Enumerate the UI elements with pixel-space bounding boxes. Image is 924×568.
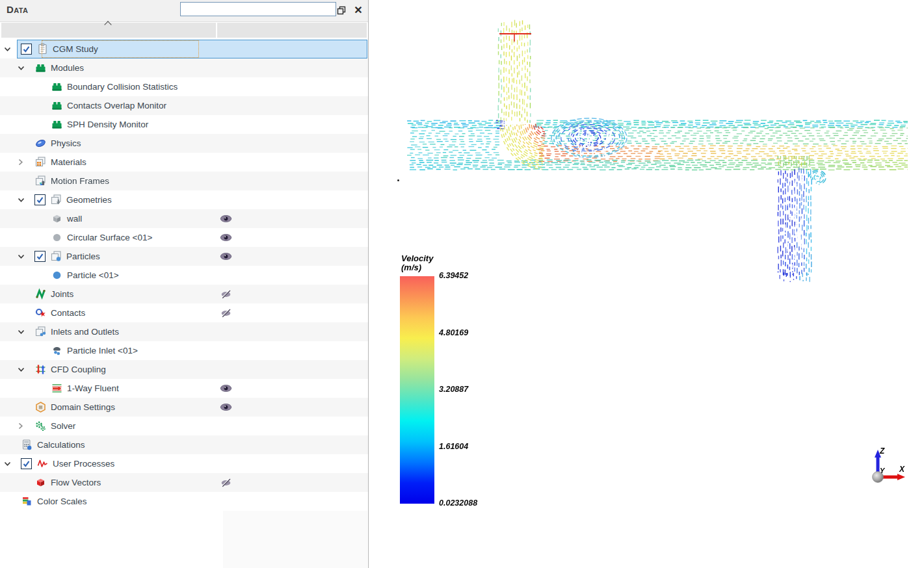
legend-tick-0: 6.39452 (439, 271, 468, 280)
visibility-off-icon[interactable] (220, 478, 232, 487)
x-axis-arrowhead (897, 474, 905, 480)
checkbox-checked[interactable] (21, 44, 32, 55)
tree-item-label: wall (67, 214, 82, 224)
search-input[interactable] (180, 2, 336, 16)
tree-column-headers (0, 22, 368, 39)
legend-title: Velocity (m/s) (401, 254, 433, 272)
visibility-on-icon[interactable] (220, 402, 232, 412)
z-axis-label: Z (879, 446, 885, 456)
tree-item-label: Color Scales (37, 497, 87, 506)
tree-item-label: Particles (66, 252, 100, 261)
visibility-column-background (223, 511, 367, 568)
tree-item-modules[interactable]: Modules (0, 58, 368, 77)
tree-item-physics[interactable]: Physics (0, 134, 368, 153)
tree-item-label: CGM Study (53, 44, 98, 54)
caret-spacer (18, 175, 34, 187)
chevron-down-icon[interactable] (18, 251, 34, 263)
tree-item-motion-frames[interactable]: Motion Frames (0, 172, 368, 190)
tree-item-user-processes[interactable]: User Processes (0, 454, 368, 473)
application-window: Data ✕ CGM StudyModulesBoundary Collisio… (0, 0, 924, 568)
chevron-down-icon[interactable] (4, 458, 21, 470)
legend-title-text: Velocity (401, 253, 433, 263)
user-processes-icon (36, 458, 49, 470)
tree-item-wall[interactable]: wall (0, 209, 368, 228)
caret-spacer (4, 439, 21, 451)
checkbox-checked[interactable] (21, 458, 32, 469)
physics-icon (34, 137, 47, 149)
tree-item-solver[interactable]: Solver (0, 417, 368, 435)
tree-item-label: Circular Surface <01> (67, 233, 152, 242)
tree-item-contacts-overlap-monitor[interactable]: Contacts Overlap Monitor (0, 96, 368, 115)
chevron-right-icon[interactable] (18, 157, 34, 168)
visibility-on-icon[interactable] (220, 383, 232, 393)
caret-spacer (18, 289, 34, 300)
legend-tick-2: 3.20887 (439, 385, 468, 394)
tree-item-domain-settings[interactable]: Domain Settings (0, 398, 368, 417)
tree-item-particles[interactable]: Particles (0, 247, 368, 266)
particle-inlet-icon (51, 344, 63, 357)
tree-item-joints[interactable]: Joints (0, 285, 368, 303)
tree-item-label: Contacts (51, 308, 85, 318)
caret-spacer (18, 402, 34, 413)
tree-item-label: CFD Coupling (51, 365, 106, 374)
visibility-on-icon[interactable] (220, 233, 232, 242)
inlets-icon (34, 326, 47, 338)
cfd-icon (34, 363, 47, 376)
chevron-down-icon[interactable] (18, 326, 34, 338)
tree-item-contacts[interactable]: Contacts (0, 303, 368, 322)
tree-item-color-scales[interactable]: Color Scales (0, 492, 368, 511)
study-icon (36, 43, 49, 55)
tree-item-label: Inlets and Outlets (51, 327, 119, 337)
visibility-off-icon[interactable] (220, 289, 232, 299)
chevron-right-icon[interactable] (18, 420, 34, 432)
tree-item-sph-density-monitor[interactable]: SPH Density Monitor (0, 115, 368, 134)
tree-item-label: Boundary Collision Statistics (67, 82, 178, 92)
tree-item-label: SPH Density Monitor (67, 120, 148, 129)
chevron-down-icon[interactable] (18, 364, 34, 376)
restore-window-icon (337, 6, 346, 15)
tree-item-cfd-coupling[interactable]: CFD Coupling (0, 360, 368, 379)
color-scale-ticks: 6.394524.801693.208871.616040.0232088 (439, 276, 497, 504)
color-scale-bar (400, 276, 434, 504)
tree-item-label: User Processes (53, 459, 114, 469)
close-panel-icon[interactable]: ✕ (351, 3, 365, 18)
tree-item-boundary-collision-statistics[interactable]: Boundary Collision Statistics (0, 77, 368, 96)
solver-icon (34, 420, 47, 432)
project-tree: CGM StudyModulesBoundary Collision Stati… (0, 40, 368, 511)
module-icon (51, 81, 63, 93)
tree-item-particle-01[interactable]: Particle <01> (0, 266, 368, 285)
tree-item-label: 1-Way Fluent (67, 383, 119, 393)
tree-item-flow-vectors[interactable]: Flow Vectors (0, 473, 368, 492)
chevron-down-icon[interactable] (18, 194, 34, 206)
tree-column-header-visibility[interactable] (217, 23, 367, 38)
caret-spacer (4, 496, 21, 508)
tree-item-cgm-study[interactable]: CGM Study (0, 40, 368, 58)
tree-item-circular-surface-01[interactable]: Circular Surface <01> (0, 228, 368, 247)
geometries-icon (50, 194, 62, 206)
visibility-on-icon[interactable] (220, 214, 232, 224)
flow-vectors-icon (34, 476, 47, 489)
x-axis-label: X (899, 465, 905, 474)
sort-ascending-icon[interactable] (105, 20, 111, 26)
chevron-down-icon[interactable] (4, 44, 21, 55)
tree-column-header-main[interactable] (1, 23, 216, 38)
module-icon (34, 62, 47, 74)
tree-item-1-way-fluent[interactable]: 1-Way Fluent (0, 379, 368, 398)
tree-item-particle-inlet-01[interactable]: Particle Inlet <01> (0, 341, 368, 360)
float-panel-icon[interactable] (334, 3, 349, 18)
tree-item-geometries[interactable]: Geometries (0, 190, 368, 209)
fluent-icon (51, 382, 63, 394)
checkbox-checked[interactable] (34, 194, 46, 205)
chevron-down-icon[interactable] (18, 62, 34, 74)
tree-item-calculations[interactable]: Calculations (0, 435, 368, 454)
visibility-off-icon[interactable] (220, 308, 232, 318)
panel-titlebar: Data ✕ (0, 0, 368, 22)
visibility-on-icon[interactable] (220, 252, 232, 261)
panel-title: Data (7, 4, 28, 15)
tree-item-inlets-and-outlets[interactable]: Inlets and Outlets (0, 322, 368, 341)
checkbox-checked[interactable] (34, 251, 46, 262)
tree-item-label: Physics (51, 138, 81, 148)
tree-item-label: Materials (51, 157, 86, 167)
joints-icon (34, 288, 47, 300)
tree-item-materials[interactable]: Materials (0, 153, 368, 172)
